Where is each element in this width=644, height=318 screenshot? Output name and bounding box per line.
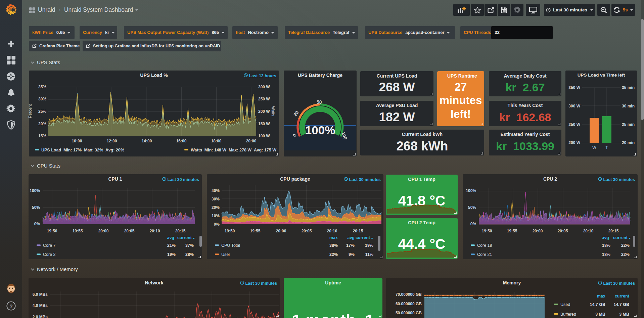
svg-text:?: ? bbox=[9, 303, 12, 309]
